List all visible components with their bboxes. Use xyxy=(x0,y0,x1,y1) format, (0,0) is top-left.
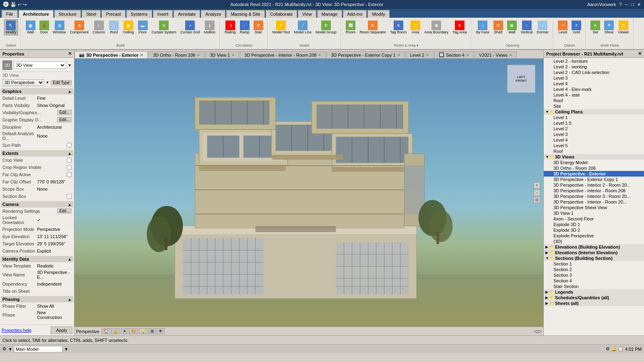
tree-node-level3[interactable]: Level 3 xyxy=(544,75,644,81)
tab-analyze[interactable]: Analyze xyxy=(201,10,225,18)
zoom-in-btn[interactable]: + xyxy=(534,182,540,189)
close-view-tab-level2[interactable]: ✕ xyxy=(426,53,429,57)
quick-access-save[interactable]: 💾 xyxy=(10,2,16,7)
view-tab-3d-ortho-room206[interactable]: 3D Ortho - Room 206 ✕ xyxy=(149,51,204,58)
persp-sun-btn[interactable]: ☀ xyxy=(121,328,128,334)
model-text-button[interactable]: T Model Text xyxy=(271,19,291,35)
type-dropdown[interactable]: 3D View xyxy=(14,62,66,69)
ramp-button[interactable]: ⟋ Ramp xyxy=(238,19,251,35)
tree-node-explode-3d-2[interactable]: Explode 3D 2 xyxy=(544,227,644,233)
edit-type-button[interactable]: Edit Type xyxy=(51,80,72,85)
model-dropdown-icon[interactable]: ▼ xyxy=(64,347,68,352)
window-button[interactable]: ⊞ Window xyxy=(52,19,68,35)
persp-crop-btn[interactable]: ⊞ xyxy=(149,328,156,334)
tree-node-3d-view1[interactable]: 3D View 1 xyxy=(544,210,644,216)
tree-node-section4[interactable]: Section 4 xyxy=(544,278,644,284)
door-button[interactable]: 🚪 Door xyxy=(38,19,51,35)
extents-section-header[interactable]: Extents ▲ xyxy=(1,150,73,156)
properties-close-icon[interactable]: ✕ xyxy=(68,51,72,56)
view-tab-level2[interactable]: Level 2 ✕ xyxy=(406,51,433,58)
tree-node-3d-perspective-exterior[interactable]: 3D Perspective - Exterior xyxy=(544,171,644,177)
room-separator-button[interactable]: ⊟ Room Separator xyxy=(358,19,388,35)
model-input[interactable] xyxy=(14,346,62,352)
wall-opening-button[interactable]: ▦ Wall xyxy=(506,19,518,35)
tree-node-3d-perspective-interior-20[interactable]: 3D Perspective - Interior - Room 20... xyxy=(544,199,644,205)
tab-addins[interactable]: Add-Ins xyxy=(343,10,367,18)
column-button[interactable]: | Column xyxy=(91,19,107,35)
tree-node-elevations-interior-header[interactable]: ▶ 📁 Elevations (Interior Elevation) xyxy=(544,250,644,255)
navigation-cube[interactable]: LEFT FRONT xyxy=(507,65,535,93)
view-tab-v2021[interactable]: V2021 - Views ✕ xyxy=(475,51,517,58)
close-icon[interactable]: ✕ xyxy=(637,2,641,7)
persp-shadows-btn[interactable]: 💡 xyxy=(139,328,148,334)
tree-node-schedules-header[interactable]: ▶ 📁 Schedules/Quantities (all) xyxy=(544,295,644,300)
view-selector-dropdown[interactable]: 3D Perspective xyxy=(2,79,44,86)
tree-node-ceiling-level3[interactable]: Level 3 xyxy=(544,132,644,137)
tab-manage[interactable]: Manage xyxy=(317,10,342,18)
tab-steel[interactable]: Steel xyxy=(82,10,101,18)
roof-button[interactable]: ⌂ Roof xyxy=(107,19,120,35)
dormer-button[interactable]: ⌂ Dormer xyxy=(535,19,550,35)
tab-annotate[interactable]: Annotate xyxy=(173,10,200,18)
view-tab-3d-view1[interactable]: 3D View 1 ✕ xyxy=(205,51,239,58)
tree-node-ceiling-level1-5[interactable]: Level 1.5 xyxy=(544,120,644,126)
graphic-display-edit-btn[interactable]: Edit... xyxy=(57,117,72,122)
tree-node-explode-perspective[interactable]: Explode Perspective xyxy=(544,233,644,239)
persp-lock-btn[interactable]: 🔒 xyxy=(111,328,120,334)
tab-architecture[interactable]: Architecture xyxy=(19,10,54,18)
tree-node-3d-perspective-interior-208[interactable]: 3D Perspective - Interior - Room 208 xyxy=(544,188,644,193)
tree-node-level2-cad[interactable]: Level 2 - CAD Link-selection xyxy=(544,70,644,75)
properties-help-link[interactable]: Properties help xyxy=(2,328,31,333)
browser-tree-content[interactable]: Level 2 - furniture Level 2 - working Le… xyxy=(544,58,644,335)
sun-path-checkbox[interactable] xyxy=(67,143,72,148)
mullion-button[interactable]: ╫ Mullion xyxy=(202,19,217,35)
persp-render-btn[interactable]: 🎨 xyxy=(129,328,138,334)
tree-node-stair-section[interactable]: Stair Section xyxy=(544,284,644,289)
curtain-grid-button[interactable]: # Curtain Grid xyxy=(179,19,202,35)
tab-modify[interactable]: Modify xyxy=(367,10,389,18)
tree-node-ceiling-level2[interactable]: Level 2 xyxy=(544,126,644,132)
tree-node-ceiling-plans-header[interactable]: ▼ 📁 Ceiling Plans xyxy=(544,109,644,115)
apply-button[interactable]: Apply xyxy=(51,327,72,334)
tree-node-section2[interactable]: Section 2 xyxy=(544,267,644,272)
identity-data-section-header[interactable]: Identity Data ▲ xyxy=(1,256,73,262)
tab-insert[interactable]: Insert xyxy=(153,10,173,18)
section-box-checkbox[interactable] xyxy=(67,194,72,199)
tree-node-3d-perspective-exterior-copy1[interactable]: 3D Perspective - Exterior Copy 1 xyxy=(544,177,644,182)
far-clip-active-checkbox[interactable] xyxy=(67,172,72,177)
close-view-tab-section4[interactable]: ✕ xyxy=(466,53,469,57)
persp-display-btn[interactable]: 🏠 xyxy=(101,328,110,334)
close-view-tab-3dview1[interactable]: ✕ xyxy=(231,53,235,57)
zoom-out-btn[interactable]: - xyxy=(534,189,540,196)
tree-node-3d-perspective-sheet[interactable]: 3D Perspective Sheet View xyxy=(544,205,644,210)
viewer-button[interactable]: ⊞ Viewer xyxy=(616,19,630,35)
minimize-icon[interactable]: ─ xyxy=(625,2,628,7)
area-boundary-button[interactable]: ▣ Area Boundary xyxy=(423,19,450,35)
tree-node-3d[interactable]: {3D} xyxy=(544,239,644,244)
crop-view-checkbox[interactable] xyxy=(67,158,72,162)
model-group-button[interactable]: ⊞ Model Group xyxy=(314,19,338,35)
visibility-graphics-edit-btn[interactable]: Edit... xyxy=(57,110,72,115)
quick-access-redo[interactable]: ↪ xyxy=(23,2,27,7)
model-line-button[interactable]: ╱ Model Line xyxy=(292,19,313,35)
tree-node-site[interactable]: Site xyxy=(544,103,644,109)
area-button[interactable]: ◻ Area xyxy=(409,19,422,35)
tree-node-level4-stair[interactable]: Level 4 - stair xyxy=(544,92,644,98)
tree-node-roof[interactable]: Roof xyxy=(544,98,644,103)
close-view-tab-interior208[interactable]: ✕ xyxy=(318,53,321,57)
tree-node-3d-views-header[interactable]: ▼ 📁 3D Views xyxy=(544,154,644,160)
tree-node-ceiling-level4[interactable]: Level 4 xyxy=(544,137,644,143)
rendering-settings-edit-btn[interactable]: Edit... xyxy=(57,208,72,214)
tree-node-elevations-header[interactable]: ▶ 📁 Elevations (Building Elevation) xyxy=(544,244,644,250)
camera-section-header[interactable]: Camera ▲ xyxy=(1,201,73,208)
graphics-section-header[interactable]: Graphics ▲ xyxy=(1,88,73,95)
phasing-section-header[interactable]: Phasing ▲ xyxy=(1,296,73,302)
tag-area-button[interactable]: ⊕ Tag Area xyxy=(451,19,469,35)
railing-button[interactable]: ⁻∥ Railing xyxy=(223,19,237,35)
tab-systems[interactable]: Systems xyxy=(126,10,152,18)
ceiling-button[interactable]: ▣ Ceiling xyxy=(121,19,136,35)
tree-node-section3[interactable]: Section 3 xyxy=(544,272,644,278)
stair-button[interactable]: ⊟ Stair xyxy=(252,19,265,35)
viewport[interactable]: LEFT FRONT + - ⊡ xyxy=(74,59,543,327)
grid-button[interactable]: # Grid xyxy=(570,19,583,35)
